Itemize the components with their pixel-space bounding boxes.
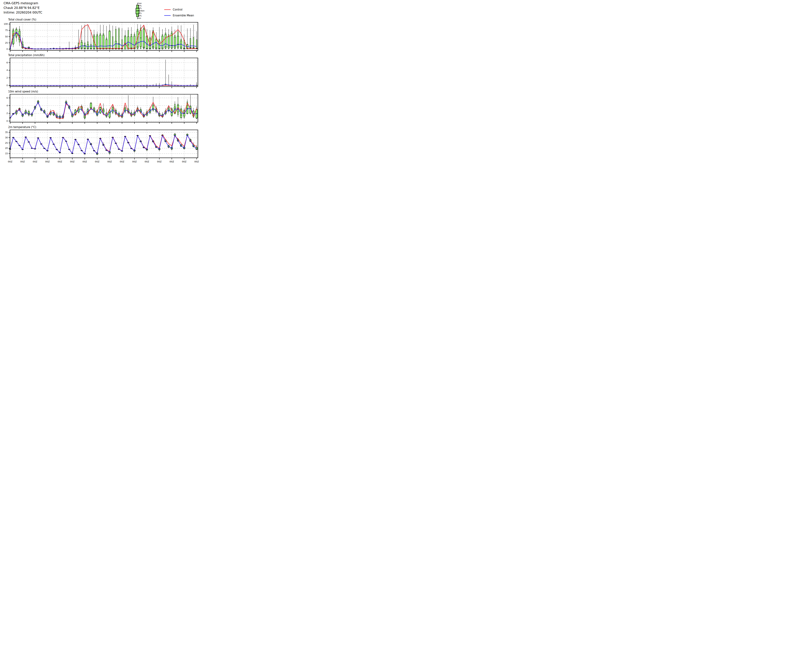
svg-text:00Z: 00Z — [120, 160, 124, 163]
svg-text:00Z: 00Z — [157, 160, 162, 163]
svg-text:00Z: 00Z — [132, 160, 137, 163]
legend-90-label: 90% — [138, 5, 142, 7]
meteogram-page: CMA-GEPS meteogram Chauk 20.88°N 94.82°E… — [0, 0, 203, 164]
svg-text:15: 15 — [5, 152, 8, 155]
legend-75-label: 75% — [138, 7, 142, 9]
svg-text:35: 35 — [5, 131, 8, 134]
svg-text:00Z: 00Z — [170, 160, 174, 163]
legend-median-label: median — [138, 10, 144, 12]
svg-text:00Z: 00Z — [70, 160, 75, 163]
boxplot-legend-sample — [130, 1, 171, 21]
temp-panel-title: 2m temperature (°C) — [8, 125, 36, 129]
svg-text:00Z: 00Z — [182, 160, 187, 163]
wind-speed-plot: 0246 — [0, 94, 203, 125]
init-time: Initime: 20260204 00UTC — [3, 11, 42, 14]
ensemble-legend-label: Ensemble Mean — [173, 14, 194, 17]
svg-text:25: 25 — [5, 42, 8, 44]
svg-text:0: 0 — [6, 84, 8, 87]
wind-panel-title: 10m wind speed (m/s) — [8, 90, 38, 93]
svg-text:75: 75 — [5, 29, 8, 32]
svg-text:00Z: 00Z — [107, 160, 112, 163]
boxplot-legend-labels: max 90% 75% median 25% 10% min — [138, 1, 150, 20]
temperature-plot: 152025303500Z04Feb00Z05Feb00Z06Feb00Z07F… — [0, 130, 203, 164]
precip-panel-title: Total precipitation (mm/6h) — [8, 53, 44, 57]
svg-text:00Z: 00Z — [33, 160, 37, 163]
cloud-cover-plot: 0255075100 — [0, 22, 203, 53]
svg-text:4: 4 — [6, 104, 8, 107]
ensemble-legend-line — [164, 15, 171, 16]
svg-text:2: 2 — [6, 112, 8, 115]
svg-text:4: 4 — [6, 69, 8, 72]
svg-text:30: 30 — [5, 136, 8, 139]
svg-text:00Z: 00Z — [95, 160, 99, 163]
svg-text:6: 6 — [6, 97, 8, 99]
page-title: CMA-GEPS meteogram — [3, 2, 38, 5]
svg-text:0: 0 — [6, 48, 8, 50]
svg-text:25: 25 — [5, 142, 8, 144]
legend-min-label: min — [138, 17, 141, 19]
svg-text:2: 2 — [6, 76, 8, 79]
svg-text:20: 20 — [5, 147, 8, 150]
svg-text:0: 0 — [6, 120, 8, 122]
svg-text:00Z: 00Z — [58, 160, 62, 163]
svg-text:00Z: 00Z — [8, 160, 12, 163]
control-legend-label: Control — [173, 8, 182, 11]
svg-text:00Z: 00Z — [83, 160, 87, 163]
svg-text:50: 50 — [5, 35, 8, 38]
legend-25-label: 25% — [138, 12, 142, 14]
svg-text:00Z: 00Z — [20, 160, 25, 163]
svg-text:00Z: 00Z — [145, 160, 149, 163]
cloud-panel-title: Total cloud cover (%) — [8, 18, 36, 21]
legend-max-label: max — [138, 2, 142, 4]
control-legend-line — [164, 9, 171, 10]
svg-text:100: 100 — [4, 23, 8, 25]
svg-text:00Z: 00Z — [194, 160, 199, 163]
precipitation-plot: 0246 — [0, 58, 203, 89]
svg-text:6: 6 — [6, 61, 8, 64]
svg-text:00Z: 00Z — [45, 160, 50, 163]
station-coordinates: Chauk 20.88°N 94.82°E — [3, 6, 40, 10]
legend-10-label: 10% — [138, 15, 142, 17]
